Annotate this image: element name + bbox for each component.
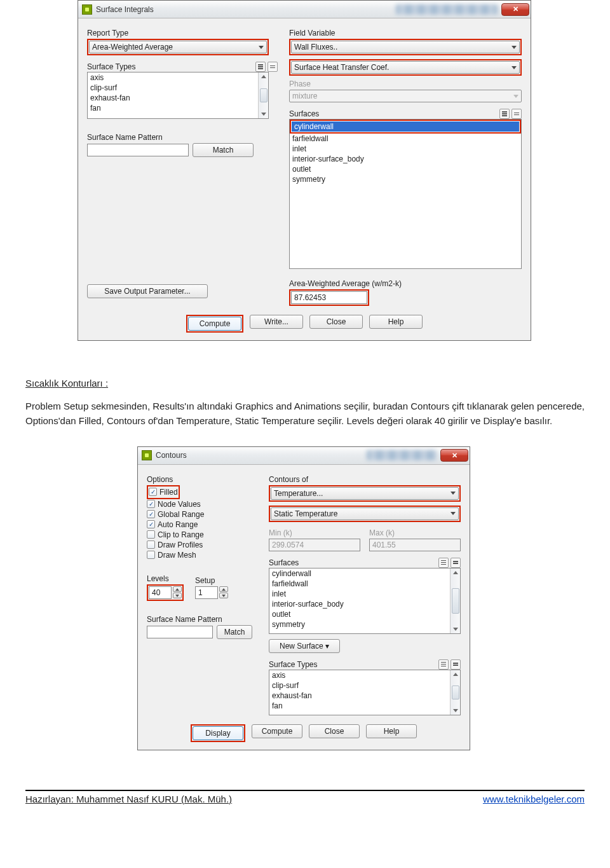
- min-input: 299.0574: [269, 539, 360, 551]
- section-heading: Sıcaklık Konturları :: [25, 378, 585, 389]
- list-item[interactable]: outlet: [290, 164, 521, 174]
- levels-label: Levels: [147, 574, 184, 583]
- option-filled[interactable]: Filled: [149, 487, 178, 497]
- list-item[interactable]: axis: [269, 670, 460, 680]
- list-item[interactable]: exhaust-fan: [88, 93, 268, 103]
- scrollbar[interactable]: [258, 72, 268, 118]
- surface-name-pattern-input-2[interactable]: [147, 626, 213, 638]
- contours-title: Contours: [156, 451, 187, 460]
- list-item[interactable]: interior-surface_body: [269, 599, 460, 609]
- list-item[interactable]: farfieldwall: [269, 579, 460, 589]
- list-item[interactable]: outlet: [269, 609, 460, 619]
- list-item[interactable]: farfieldwall: [290, 134, 521, 144]
- list-item[interactable]: clip-surf: [88, 83, 268, 93]
- deselect-all-icon[interactable]: [451, 659, 461, 670]
- surface-types-label-2: Surface Types: [269, 660, 318, 669]
- option-auto-range[interactable]: Auto Range: [147, 520, 260, 530]
- obscured-region: [367, 450, 437, 460]
- spinner-up-icon[interactable]: [173, 586, 182, 592]
- phase-dropdown: mixture: [289, 90, 522, 102]
- list-item[interactable]: cylinderwall: [269, 568, 460, 579]
- chevron-down-icon: [513, 95, 518, 98]
- surfaces-list-2[interactable]: cylinderwall farfieldwall inlet interior…: [269, 568, 461, 634]
- contours-titlebar: Contours ✕: [138, 447, 470, 465]
- obscured-region: [396, 4, 498, 15]
- footer-author: Hazırlayan: Muhammet Nasıf KURU (Mak. Mü…: [25, 794, 232, 804]
- scrollbar[interactable]: [450, 568, 460, 633]
- max-label: Max (k): [369, 528, 461, 537]
- scroll-thumb[interactable]: [452, 685, 459, 699]
- deselect-all-icon[interactable]: [512, 109, 522, 119]
- list-item[interactable]: symmetry: [269, 619, 460, 630]
- help-button[interactable]: Help: [369, 315, 423, 329]
- scroll-up-icon: [453, 571, 458, 574]
- surface-types-list[interactable]: axis clip-surf exhaust-fan fan: [87, 72, 269, 119]
- scroll-down-icon: [453, 628, 458, 631]
- field-variable-dropdown[interactable]: Wall Fluxes..: [291, 41, 520, 53]
- levels-spinner[interactable]: 40: [149, 586, 182, 599]
- list-item[interactable]: inlet: [269, 589, 460, 599]
- help-button-2[interactable]: Help: [366, 724, 417, 738]
- list-item[interactable]: symmetry: [290, 174, 521, 184]
- surface-name-pattern-label: Surface Name Pattern: [87, 133, 278, 142]
- surface-types-label: Surface Types: [87, 62, 136, 71]
- option-node-values[interactable]: Node Values: [147, 499, 260, 509]
- surface-types-list-2[interactable]: axis clip-surf exhaust-fan fan: [269, 670, 461, 715]
- list-item[interactable]: fan: [88, 103, 268, 113]
- chevron-down-icon: [259, 46, 264, 49]
- report-type-label: Report Type: [87, 29, 278, 38]
- checkbox-icon: [147, 530, 155, 539]
- compute-button[interactable]: Compute: [188, 317, 241, 331]
- match-button[interactable]: Match: [193, 143, 254, 157]
- list-item[interactable]: clip-surf: [269, 680, 460, 691]
- option-global-range[interactable]: Global Range: [147, 509, 260, 520]
- surfaces-list[interactable]: cylinderwall farfieldwall inlet interior…: [289, 119, 522, 269]
- close-icon[interactable]: ✕: [440, 449, 468, 462]
- scrollbar[interactable]: [450, 670, 460, 715]
- contours-of-label: Contours of: [269, 475, 461, 484]
- scroll-thumb[interactable]: [260, 88, 268, 102]
- option-draw-mesh[interactable]: Draw Mesh: [147, 550, 260, 560]
- chevron-down-icon: [451, 492, 456, 495]
- report-type-dropdown[interactable]: Area-Weighted Average: [89, 41, 267, 53]
- select-all-icon[interactable]: [438, 558, 449, 568]
- select-all-icon[interactable]: [499, 109, 510, 119]
- checkbox-icon: [147, 500, 155, 508]
- contours-of-dropdown[interactable]: Temperature...: [271, 487, 459, 500]
- list-item[interactable]: cylinderwall: [292, 121, 519, 132]
- deselect-all-icon[interactable]: [268, 62, 278, 72]
- match-button-2[interactable]: Match: [217, 625, 252, 639]
- setup-spinner[interactable]: 1: [195, 586, 228, 599]
- list-item[interactable]: inlet: [290, 144, 521, 154]
- list-item[interactable]: fan: [269, 701, 460, 711]
- chevron-down-icon: [512, 66, 517, 69]
- footer-link[interactable]: www.teknikbelgeler.com: [483, 794, 585, 804]
- save-output-parameter-button[interactable]: Save Output Parameter...: [87, 284, 208, 298]
- write-button[interactable]: Write...: [250, 315, 303, 329]
- deselect-all-icon[interactable]: [451, 558, 461, 568]
- new-surface-button[interactable]: New Surface ▾: [269, 639, 340, 653]
- field-variable-sub-dropdown[interactable]: Surface Heat Transfer Coef.: [291, 61, 520, 74]
- scroll-up-icon: [453, 673, 458, 676]
- surface-integrals-title: Surface Integrals: [96, 5, 154, 14]
- scroll-thumb[interactable]: [452, 588, 459, 614]
- list-item[interactable]: axis: [88, 72, 268, 83]
- select-all-icon[interactable]: [438, 659, 449, 670]
- contours-of-sub-dropdown[interactable]: Static Temperature: [271, 507, 459, 520]
- option-clip-to-range[interactable]: Clip to Range: [147, 530, 260, 540]
- display-button[interactable]: Display: [193, 726, 243, 740]
- spinner-down-icon[interactable]: [173, 593, 182, 598]
- close-button[interactable]: Close: [309, 315, 363, 329]
- option-draw-profiles[interactable]: Draw Profiles: [147, 540, 260, 550]
- surface-name-pattern-input[interactable]: [87, 144, 189, 156]
- select-all-icon[interactable]: [255, 62, 266, 72]
- list-item[interactable]: exhaust-fan: [269, 691, 460, 701]
- spinner-down-icon[interactable]: [219, 593, 228, 598]
- close-button-2[interactable]: Close: [309, 724, 360, 738]
- checkbox-icon: [147, 520, 155, 528]
- list-item[interactable]: interior-surface_body: [290, 154, 521, 164]
- spinner-up-icon[interactable]: [219, 586, 228, 592]
- compute-button-2[interactable]: Compute: [252, 724, 302, 738]
- close-icon[interactable]: ✕: [501, 3, 529, 16]
- result-output: 87.62453: [291, 291, 367, 304]
